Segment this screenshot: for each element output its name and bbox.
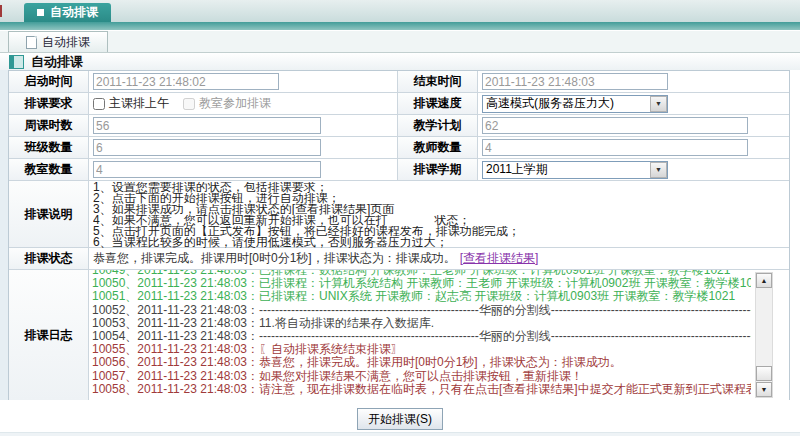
speed-label: 排课速度 — [398, 93, 478, 114]
row-requirements-speed: 排课要求 主课排上午 教室参加排课 排课速度 高速模式(服务器压力大) ▼ — [9, 93, 789, 115]
log-entry: 10052、2011-11-23 21:48:03：--------------… — [92, 304, 751, 317]
row-hours-plan: 周课时数 教学计划 — [9, 115, 789, 137]
instructions-list: 1、设置您需要排课的状态，包括排课要求；2、点击下面的开始排课按钮，进行自动排课… — [89, 181, 789, 247]
weekly-hours-input[interactable] — [93, 117, 321, 134]
class-count-label: 班级数量 — [9, 137, 89, 158]
class-count-input[interactable] — [93, 139, 321, 156]
instructions-label: 排课说明 — [9, 181, 89, 247]
log-entry: 10051、2011-11-23 21:48:03：已排课程：UNIX系统 开课… — [92, 290, 751, 303]
classroom-count-label: 教室数量 — [9, 159, 89, 180]
speed-select[interactable]: 高速模式(服务器压力大) ▼ — [482, 95, 668, 113]
section-header: 自动排课 — [0, 53, 800, 70]
checkbox-classroom-join: 教室参加排课 — [183, 95, 271, 112]
header-tab-auto-scheduling[interactable]: 自动排课 — [24, 3, 111, 22]
instruction-line: 1、设置您需要排课的状态，包括排课要求； — [93, 182, 789, 193]
log-entry: 10057、2011-11-23 21:48:03：如果您对排课结果不满意，您可… — [92, 370, 751, 383]
left-edge-mark — [0, 5, 2, 17]
scroll-down-icon[interactable]: ▼ — [756, 382, 772, 397]
page-title: 自动排课 — [31, 53, 83, 71]
tab-bar: 自动排课 — [0, 31, 800, 53]
scroll-up-icon[interactable]: ▲ — [756, 273, 772, 288]
row-status: 排课状态 恭喜您，排课完成。排课用时[0时0分1秒]，排课状态为：排课成功。 [… — [9, 248, 789, 270]
end-time-input[interactable] — [482, 73, 668, 90]
log-entry: 10054、2011-11-23 21:48:03：--------------… — [92, 330, 751, 343]
row-instructions: 排课说明 1、设置您需要排课的状态，包括排课要求；2、点击下面的开始排课按钮，进… — [9, 181, 789, 248]
log-entry: 10055、2011-11-23 21:48:03：〖自动排课系统结束排课〗 — [92, 343, 751, 356]
checkbox-label: 主课排上午 — [109, 95, 169, 112]
log-entry: 10049、2011-11-23 21:48:03：已排课程：数据结构 开课教师… — [92, 270, 751, 277]
tab-auto-scheduling[interactable]: 自动排课 — [8, 31, 108, 52]
status-cell: 恭喜您，排课完成。排课用时[0时0分1秒]，排课状态为：排课成功。 [查看排课结… — [89, 248, 789, 269]
start-time-label: 启动时间 — [9, 71, 89, 92]
checkbox-main-course-morning[interactable]: 主课排上午 — [93, 95, 169, 112]
log-entry: 10053、2011-11-23 21:48:03：11.将自动排课的结果存入数… — [92, 317, 751, 330]
end-time-label: 结束时间 — [398, 71, 478, 92]
start-scheduling-button[interactable]: 开始排课(S) — [357, 408, 443, 430]
bottom-edge — [0, 432, 800, 436]
status-text: 恭喜您，排课完成。排课用时[0时0分1秒]，排课状态为：排课成功。 — [93, 250, 456, 267]
log-entry: 10058、2011-11-23 21:48:03：请注意，现在排课数据在临时表… — [92, 383, 751, 396]
log-label: 排课日志 — [9, 270, 89, 400]
log-entry: 10050、2011-11-23 21:48:03：已排课程：计算机系统结构 开… — [92, 277, 751, 290]
instruction-line: 3、如果排课成功，请点击排课状态的[查看排课结果]页面 — [93, 204, 789, 215]
classroom-join-checkbox — [183, 98, 195, 110]
instruction-line: 6、当课程比较多的时候，请使用低速模式，否则服务器压力过大； — [93, 237, 789, 248]
checkbox-label-disabled: 教室参加排课 — [199, 95, 271, 112]
log-entry: 10056、2011-11-23 21:48:03：恭喜您，排课完成。排课用时[… — [92, 356, 751, 369]
teacher-count-label: 教师数量 — [398, 137, 478, 158]
speed-select-value: 高速模式(服务器压力大) — [486, 95, 614, 112]
main-course-morning-checkbox[interactable] — [93, 98, 105, 110]
classroom-count-input[interactable] — [93, 161, 321, 178]
row-classroom-semester: 教室数量 排课学期 2011上学期 ▼ — [9, 159, 789, 181]
instruction-line: 5、点击打开页面的【正式发布】按钮，将已经排好的课程发布，排课功能完成； — [93, 226, 789, 237]
footer: 开始排课(S) — [0, 400, 800, 436]
scrollbar-thumb[interactable] — [756, 366, 772, 381]
teacher-count-input[interactable] — [482, 139, 748, 156]
chevron-down-icon[interactable]: ▼ — [650, 96, 667, 112]
semester-select-value: 2011上学期 — [486, 161, 548, 178]
weekly-hours-label: 周课时数 — [9, 115, 89, 136]
header-tab-label: 自动排课 — [50, 4, 98, 21]
tab-label: 自动排课 — [42, 34, 90, 51]
teaching-plan-label: 教学计划 — [398, 115, 478, 136]
app-header: 自动排课 — [0, 0, 800, 22]
log-scrollbar[interactable]: ▲ ▼ — [755, 272, 773, 398]
row-class-teacher: 班级数量 教师数量 — [9, 137, 789, 159]
semester-label: 排课学期 — [398, 159, 478, 180]
requirements-label: 排课要求 — [9, 93, 89, 114]
log-list: 10049、2011-11-23 21:48:03：已排课程：数据结构 开课教师… — [92, 270, 751, 396]
scheduling-form-table: 启动时间 结束时间 排课要求 主课排上午 教室参加排课 排课速度 高速模式(服务… — [8, 70, 790, 401]
header-divider-strip — [0, 22, 800, 31]
status-label: 排课状态 — [9, 248, 89, 269]
square-bullet-icon — [37, 9, 44, 16]
view-result-link[interactable]: [查看排课结果] — [460, 250, 539, 267]
teaching-plan-input[interactable] — [482, 117, 748, 134]
instruction-line: 4、如果不满意，您可以返回重新开始排课，也可以在打 状态； — [93, 215, 789, 226]
row-log: 排课日志 10049、2011-11-23 21:48:03：已排课程：数据结构… — [9, 270, 789, 400]
row-times: 启动时间 结束时间 — [9, 71, 789, 93]
start-time-input[interactable] — [93, 73, 279, 90]
log-cell[interactable]: 10049、2011-11-23 21:48:03：已排课程：数据结构 开课教师… — [89, 270, 789, 400]
document-icon — [26, 36, 37, 49]
semester-select[interactable]: 2011上学期 ▼ — [482, 161, 668, 179]
left-gutter — [0, 70, 8, 400]
chevron-down-icon[interactable]: ▼ — [650, 162, 667, 178]
instruction-line: 2、点击下面的开始排课按钮，进行自动排课； — [93, 193, 789, 204]
form-icon — [9, 55, 24, 69]
